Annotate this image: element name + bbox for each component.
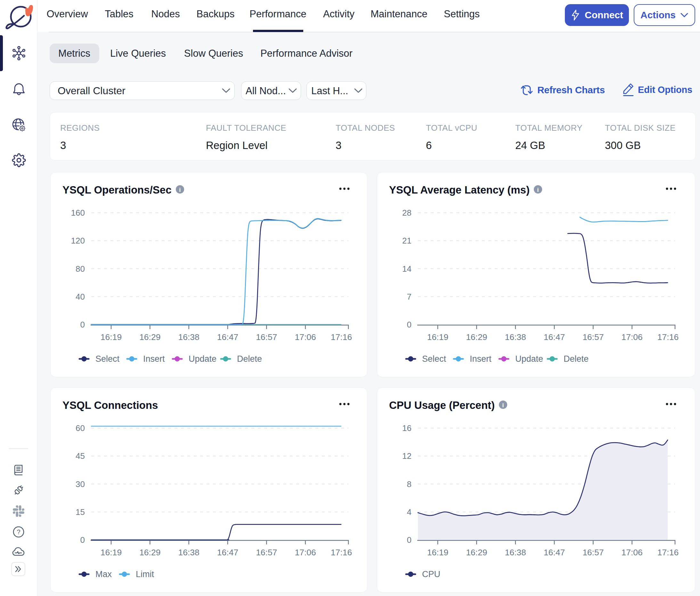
- svg-text:Delete: Delete: [237, 354, 262, 364]
- svg-text:17:06: 17:06: [622, 332, 643, 342]
- svg-text:0: 0: [407, 320, 412, 329]
- svg-text:16:47: 16:47: [217, 332, 238, 342]
- svg-text:0: 0: [80, 535, 85, 545]
- svg-text:17:06: 17:06: [295, 332, 316, 342]
- svg-text:Delete: Delete: [564, 354, 589, 364]
- svg-text:16:47: 16:47: [544, 548, 565, 557]
- svg-text:7: 7: [407, 292, 412, 301]
- svg-text:28: 28: [402, 208, 412, 218]
- svg-text:14: 14: [402, 264, 412, 274]
- svg-text:Update: Update: [189, 354, 216, 364]
- svg-text:16:29: 16:29: [139, 548, 160, 557]
- svg-text:CPU: CPU: [422, 569, 440, 579]
- svg-text:YSQL Average Latency (ms): YSQL Average Latency (ms): [389, 184, 530, 196]
- svg-text:16:19: 16:19: [427, 548, 448, 557]
- svg-text:16:57: 16:57: [256, 548, 277, 557]
- svg-text:21: 21: [402, 236, 412, 245]
- svg-text:YSQL Connections: YSQL Connections: [62, 399, 158, 411]
- svg-text:17:16: 17:16: [331, 548, 352, 557]
- svg-text:Insert: Insert: [470, 354, 492, 364]
- svg-text:17:16: 17:16: [657, 332, 678, 342]
- svg-text:16:19: 16:19: [101, 332, 122, 342]
- svg-text:?: ?: [17, 528, 20, 536]
- svg-text:16: 16: [402, 423, 412, 433]
- svg-text:Select: Select: [422, 354, 446, 364]
- svg-text:160: 160: [71, 208, 85, 218]
- svg-text:16:19: 16:19: [427, 332, 448, 342]
- svg-text:Select: Select: [96, 354, 120, 364]
- svg-text:17:06: 17:06: [622, 548, 643, 557]
- svg-text:16:57: 16:57: [256, 332, 277, 342]
- svg-text:16:57: 16:57: [582, 332, 604, 342]
- svg-text:16:29: 16:29: [466, 332, 487, 342]
- svg-text:60: 60: [76, 423, 85, 433]
- svg-text:16:47: 16:47: [217, 548, 238, 557]
- svg-text:16:29: 16:29: [139, 332, 160, 342]
- svg-text:0: 0: [407, 535, 412, 545]
- svg-text:15: 15: [76, 507, 85, 517]
- svg-text:Max: Max: [96, 569, 112, 579]
- svg-text:i: i: [537, 187, 539, 193]
- svg-text:0: 0: [80, 320, 85, 329]
- svg-text:Insert: Insert: [143, 354, 165, 364]
- svg-text:40: 40: [76, 292, 85, 301]
- svg-text:45: 45: [76, 451, 85, 461]
- svg-text:30: 30: [76, 479, 85, 489]
- svg-text:16:47: 16:47: [544, 332, 565, 342]
- svg-text:4: 4: [407, 507, 412, 517]
- svg-text:16:57: 16:57: [582, 548, 604, 557]
- svg-text:80: 80: [76, 264, 85, 274]
- svg-text:YSQL Operations/Sec: YSQL Operations/Sec: [62, 184, 172, 196]
- svg-text:i: i: [179, 187, 181, 193]
- svg-text:12: 12: [402, 451, 412, 461]
- svg-text:120: 120: [71, 236, 85, 245]
- svg-text:CPU Usage (Percent): CPU Usage (Percent): [389, 399, 495, 411]
- svg-text:16:29: 16:29: [466, 548, 487, 557]
- svg-text:17:16: 17:16: [657, 548, 678, 557]
- svg-text:i: i: [502, 402, 504, 408]
- svg-text:16:38: 16:38: [505, 332, 526, 342]
- svg-text:16:38: 16:38: [178, 332, 200, 342]
- svg-text:Limit: Limit: [136, 569, 154, 579]
- svg-text:17:16: 17:16: [331, 332, 352, 342]
- svg-text:16:19: 16:19: [101, 548, 122, 557]
- svg-text:16:38: 16:38: [178, 548, 200, 557]
- svg-text:Update: Update: [515, 354, 543, 364]
- svg-text:16:38: 16:38: [505, 548, 526, 557]
- svg-text:17:06: 17:06: [295, 548, 316, 557]
- svg-text:8: 8: [407, 479, 412, 489]
